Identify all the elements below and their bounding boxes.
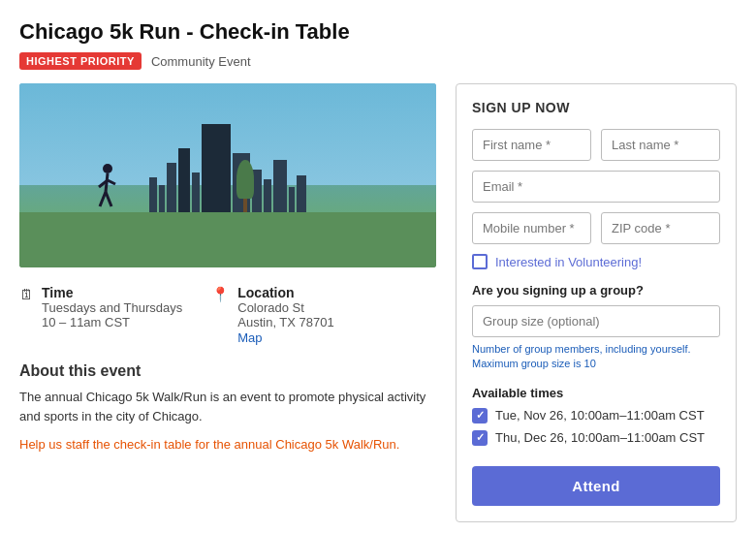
available-times-title: Available times xyxy=(472,386,720,400)
time-checkbox-2[interactable] xyxy=(472,430,488,446)
water-reflection xyxy=(19,212,436,235)
signup-panel: SIGN UP NOW Interested in Volunteering! … xyxy=(456,83,737,522)
time-label: Time xyxy=(42,285,182,300)
zip-input[interactable] xyxy=(601,212,720,244)
last-name-input[interactable] xyxy=(601,129,720,161)
tree-figure xyxy=(236,160,254,218)
about-text: The annual Chicago 5k Walk/Run is an eve… xyxy=(19,388,436,425)
svg-point-0 xyxy=(103,164,112,173)
group-hint-line1: Number of group members, including yours… xyxy=(472,343,691,355)
svg-line-5 xyxy=(108,180,115,184)
location-icon: 📍 xyxy=(211,286,230,345)
page-title: Chicago 5k Run - Check-in Table xyxy=(19,19,737,45)
location-block: 📍 Location Colorado St Austin, TX 78701 … xyxy=(211,285,334,345)
group-hint: Number of group members, including yours… xyxy=(472,342,720,372)
time-block: 🗓 Time Tuesdays and Thursdays 10 – 11am … xyxy=(19,285,182,345)
email-input[interactable] xyxy=(472,171,720,203)
svg-line-2 xyxy=(100,192,106,206)
group-section-title: Are you signing up a group? xyxy=(472,283,720,298)
event-info-row: 🗓 Time Tuesdays and Thursdays 10 – 11am … xyxy=(19,281,436,345)
name-row xyxy=(472,129,720,161)
group-hint-line2: Maximum group size is 10 xyxy=(472,358,596,369)
email-row xyxy=(472,171,720,203)
skyline xyxy=(19,124,436,216)
volunteering-label: Interested in Volunteering! xyxy=(495,255,642,269)
mobile-zip-row xyxy=(472,212,720,244)
about-section: About this event The annual Chicago 5k W… xyxy=(19,362,436,455)
priority-badge: HIGHEST PRIORITY xyxy=(19,52,142,70)
time-checkbox-1[interactable] xyxy=(472,408,488,423)
svg-line-3 xyxy=(106,192,111,206)
location-city: Austin, TX 78701 xyxy=(237,315,334,329)
event-image xyxy=(19,83,436,267)
about-highlight: Help us staff the check-in table for the… xyxy=(19,435,436,455)
time-label-2: Thu, Dec 26, 10:00am–11:00am CST xyxy=(495,430,705,445)
event-type-badge: Community Event xyxy=(151,54,251,69)
time-days: Tuesdays and Thursdays xyxy=(42,300,182,315)
attend-button[interactable]: Attend xyxy=(472,466,720,506)
left-column: 🗓 Time Tuesdays and Thursdays 10 – 11am … xyxy=(19,83,436,522)
map-link[interactable]: Map xyxy=(237,330,262,345)
first-name-input[interactable] xyxy=(472,129,591,161)
time-option-1[interactable]: Tue, Nov 26, 10:00am–11:00am CST xyxy=(472,408,720,423)
location-address: Colorado St xyxy=(237,300,334,315)
time-label-1: Tue, Nov 26, 10:00am–11:00am CST xyxy=(495,408,705,423)
mobile-input[interactable] xyxy=(472,212,591,244)
location-label: Location xyxy=(237,285,334,300)
volunteering-checkbox[interactable] xyxy=(472,254,488,269)
volunteering-row[interactable]: Interested in Volunteering! xyxy=(472,254,720,269)
about-title: About this event xyxy=(19,362,436,380)
signup-title: SIGN UP NOW xyxy=(472,100,720,115)
time-option-2[interactable]: Thu, Dec 26, 10:00am–11:00am CST xyxy=(472,430,720,446)
time-hours: 10 – 11am CST xyxy=(42,315,182,329)
runner-figure xyxy=(94,163,121,216)
time-icon: 🗓 xyxy=(19,286,34,345)
group-size-input[interactable] xyxy=(472,305,720,337)
